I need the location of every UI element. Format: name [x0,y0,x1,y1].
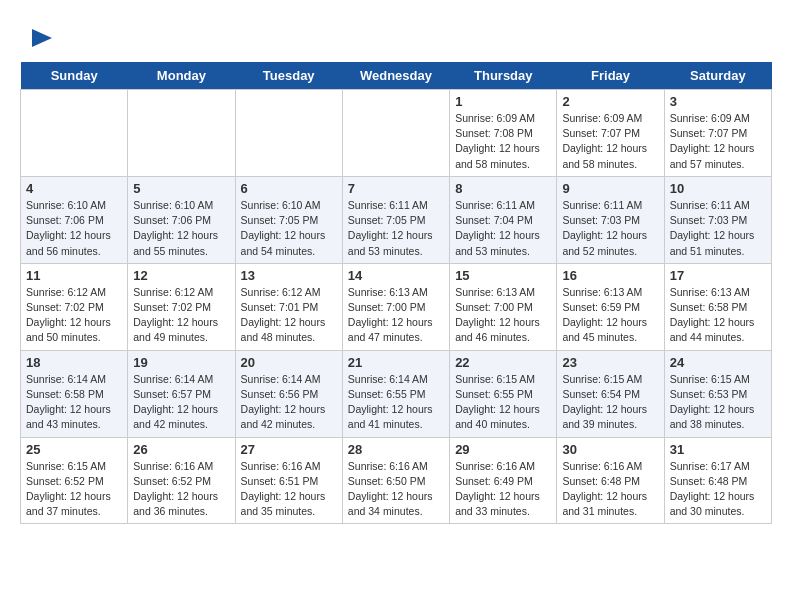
day-info: Sunrise: 6:09 AMSunset: 7:08 PMDaylight:… [455,111,551,172]
day-info: Sunrise: 6:13 AMSunset: 6:58 PMDaylight:… [670,285,766,346]
date-number: 6 [241,181,337,196]
calendar-cell: 12Sunrise: 6:12 AMSunset: 7:02 PMDayligh… [128,263,235,350]
day-header-sunday: Sunday [21,62,128,90]
calendar-cell: 28Sunrise: 6:16 AMSunset: 6:50 PMDayligh… [342,437,449,524]
calendar-cell: 19Sunrise: 6:14 AMSunset: 6:57 PMDayligh… [128,350,235,437]
calendar-cell: 22Sunrise: 6:15 AMSunset: 6:55 PMDayligh… [450,350,557,437]
page-header [20,20,772,54]
calendar-cell [128,90,235,177]
calendar-cell: 18Sunrise: 6:14 AMSunset: 6:58 PMDayligh… [21,350,128,437]
date-number: 3 [670,94,766,109]
day-info: Sunrise: 6:11 AMSunset: 7:03 PMDaylight:… [562,198,658,259]
logo [20,24,54,54]
calendar-cell: 27Sunrise: 6:16 AMSunset: 6:51 PMDayligh… [235,437,342,524]
date-number: 9 [562,181,658,196]
day-info: Sunrise: 6:09 AMSunset: 7:07 PMDaylight:… [670,111,766,172]
calendar-cell: 5Sunrise: 6:10 AMSunset: 7:06 PMDaylight… [128,176,235,263]
date-number: 13 [241,268,337,283]
date-number: 25 [26,442,122,457]
calendar-cell [342,90,449,177]
day-header-friday: Friday [557,62,664,90]
calendar-cell: 25Sunrise: 6:15 AMSunset: 6:52 PMDayligh… [21,437,128,524]
calendar-cell: 17Sunrise: 6:13 AMSunset: 6:58 PMDayligh… [664,263,771,350]
calendar-cell: 8Sunrise: 6:11 AMSunset: 7:04 PMDaylight… [450,176,557,263]
day-info: Sunrise: 6:12 AMSunset: 7:01 PMDaylight:… [241,285,337,346]
date-number: 31 [670,442,766,457]
calendar-cell [21,90,128,177]
day-header-monday: Monday [128,62,235,90]
calendar-cell: 31Sunrise: 6:17 AMSunset: 6:48 PMDayligh… [664,437,771,524]
calendar-cell: 1Sunrise: 6:09 AMSunset: 7:08 PMDaylight… [450,90,557,177]
date-number: 29 [455,442,551,457]
date-number: 24 [670,355,766,370]
calendar-cell: 30Sunrise: 6:16 AMSunset: 6:48 PMDayligh… [557,437,664,524]
date-number: 8 [455,181,551,196]
date-number: 22 [455,355,551,370]
day-info: Sunrise: 6:10 AMSunset: 7:06 PMDaylight:… [133,198,229,259]
date-number: 28 [348,442,444,457]
date-number: 5 [133,181,229,196]
calendar-cell: 29Sunrise: 6:16 AMSunset: 6:49 PMDayligh… [450,437,557,524]
day-info: Sunrise: 6:14 AMSunset: 6:57 PMDaylight:… [133,372,229,433]
calendar-cell: 26Sunrise: 6:16 AMSunset: 6:52 PMDayligh… [128,437,235,524]
date-number: 20 [241,355,337,370]
day-info: Sunrise: 6:16 AMSunset: 6:49 PMDaylight:… [455,459,551,520]
day-info: Sunrise: 6:17 AMSunset: 6:48 PMDaylight:… [670,459,766,520]
date-number: 10 [670,181,766,196]
calendar-cell: 13Sunrise: 6:12 AMSunset: 7:01 PMDayligh… [235,263,342,350]
day-info: Sunrise: 6:15 AMSunset: 6:52 PMDaylight:… [26,459,122,520]
day-info: Sunrise: 6:11 AMSunset: 7:05 PMDaylight:… [348,198,444,259]
calendar-cell: 9Sunrise: 6:11 AMSunset: 7:03 PMDaylight… [557,176,664,263]
day-info: Sunrise: 6:12 AMSunset: 7:02 PMDaylight:… [26,285,122,346]
day-info: Sunrise: 6:13 AMSunset: 7:00 PMDaylight:… [455,285,551,346]
day-info: Sunrise: 6:13 AMSunset: 6:59 PMDaylight:… [562,285,658,346]
week-row-4: 18Sunrise: 6:14 AMSunset: 6:58 PMDayligh… [21,350,772,437]
day-info: Sunrise: 6:16 AMSunset: 6:51 PMDaylight:… [241,459,337,520]
calendar-cell: 6Sunrise: 6:10 AMSunset: 7:05 PMDaylight… [235,176,342,263]
date-number: 2 [562,94,658,109]
day-header-saturday: Saturday [664,62,771,90]
day-info: Sunrise: 6:12 AMSunset: 7:02 PMDaylight:… [133,285,229,346]
week-row-3: 11Sunrise: 6:12 AMSunset: 7:02 PMDayligh… [21,263,772,350]
date-number: 23 [562,355,658,370]
date-number: 15 [455,268,551,283]
calendar-cell: 3Sunrise: 6:09 AMSunset: 7:07 PMDaylight… [664,90,771,177]
day-info: Sunrise: 6:16 AMSunset: 6:50 PMDaylight:… [348,459,444,520]
date-number: 17 [670,268,766,283]
calendar-cell: 2Sunrise: 6:09 AMSunset: 7:07 PMDaylight… [557,90,664,177]
day-info: Sunrise: 6:16 AMSunset: 6:52 PMDaylight:… [133,459,229,520]
calendar-cell: 21Sunrise: 6:14 AMSunset: 6:55 PMDayligh… [342,350,449,437]
date-number: 11 [26,268,122,283]
date-number: 19 [133,355,229,370]
date-number: 7 [348,181,444,196]
logo-icon [24,24,54,54]
date-number: 21 [348,355,444,370]
day-header-row: SundayMondayTuesdayWednesdayThursdayFrid… [21,62,772,90]
calendar-cell [235,90,342,177]
day-header-thursday: Thursday [450,62,557,90]
date-number: 26 [133,442,229,457]
date-number: 4 [26,181,122,196]
calendar-cell: 15Sunrise: 6:13 AMSunset: 7:00 PMDayligh… [450,263,557,350]
calendar-cell: 10Sunrise: 6:11 AMSunset: 7:03 PMDayligh… [664,176,771,263]
day-info: Sunrise: 6:14 AMSunset: 6:58 PMDaylight:… [26,372,122,433]
day-info: Sunrise: 6:13 AMSunset: 7:00 PMDaylight:… [348,285,444,346]
calendar-cell: 23Sunrise: 6:15 AMSunset: 6:54 PMDayligh… [557,350,664,437]
day-info: Sunrise: 6:14 AMSunset: 6:56 PMDaylight:… [241,372,337,433]
day-info: Sunrise: 6:09 AMSunset: 7:07 PMDaylight:… [562,111,658,172]
svg-marker-0 [32,29,52,47]
date-number: 14 [348,268,444,283]
week-row-2: 4Sunrise: 6:10 AMSunset: 7:06 PMDaylight… [21,176,772,263]
calendar-cell: 16Sunrise: 6:13 AMSunset: 6:59 PMDayligh… [557,263,664,350]
day-info: Sunrise: 6:11 AMSunset: 7:04 PMDaylight:… [455,198,551,259]
date-number: 12 [133,268,229,283]
calendar-cell: 11Sunrise: 6:12 AMSunset: 7:02 PMDayligh… [21,263,128,350]
calendar-cell: 20Sunrise: 6:14 AMSunset: 6:56 PMDayligh… [235,350,342,437]
calendar-cell: 14Sunrise: 6:13 AMSunset: 7:00 PMDayligh… [342,263,449,350]
date-number: 18 [26,355,122,370]
date-number: 30 [562,442,658,457]
day-info: Sunrise: 6:15 AMSunset: 6:55 PMDaylight:… [455,372,551,433]
day-header-wednesday: Wednesday [342,62,449,90]
day-info: Sunrise: 6:10 AMSunset: 7:06 PMDaylight:… [26,198,122,259]
day-header-tuesday: Tuesday [235,62,342,90]
